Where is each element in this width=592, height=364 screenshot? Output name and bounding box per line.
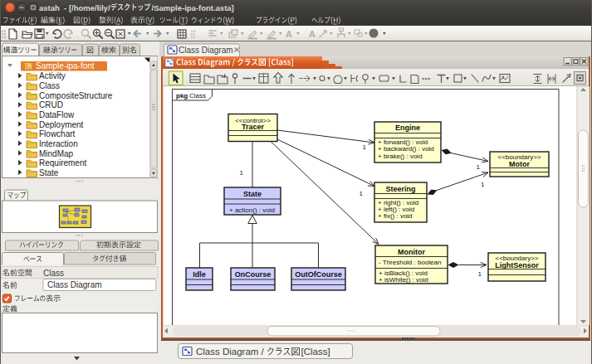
svg-text:Interaction: Interaction <box>39 139 78 148</box>
svg-text:LightSensor: LightSensor <box>495 261 539 269</box>
svg-text:A: A <box>309 29 316 39</box>
svg-text:Activity: Activity <box>39 71 66 80</box>
svg-text:Deployment: Deployment <box>39 120 84 129</box>
svg-text:1: 1 <box>360 190 364 197</box>
svg-text:Class Diagram: Class Diagram <box>47 280 102 289</box>
svg-text:Steering: Steering <box>385 185 415 193</box>
svg-text:1: 1 <box>481 181 485 188</box>
svg-text:State: State <box>39 168 59 177</box>
svg-text:Engine: Engine <box>395 124 420 132</box>
svg-text:Idle: Idle <box>193 270 206 279</box>
svg-text:Tracer: Tracer <box>242 123 265 131</box>
svg-text:Class: Class <box>189 92 206 99</box>
svg-text:Flowchart: Flowchart <box>39 129 76 138</box>
svg-text:Class Diagram: Class Diagram <box>179 46 233 55</box>
svg-text:State: State <box>243 190 262 198</box>
svg-text:+ brake() : void: + brake() : void <box>378 153 423 160</box>
svg-text:pkg: pkg <box>176 92 188 99</box>
svg-text:[Class]: [Class] <box>301 347 330 357</box>
svg-text:OnCourse: OnCourse <box>235 270 272 279</box>
svg-text:Class Diagram /: Class Diagram / <box>196 347 265 357</box>
svg-text:CRUD: CRUD <box>39 100 63 109</box>
svg-text:1: 1 <box>363 143 367 151</box>
svg-text:+ action() : void: + action() : void <box>229 206 275 214</box>
svg-text:1: 1 <box>478 270 482 278</box>
svg-text:+ isWhite() : void: + isWhite() : void <box>379 276 428 284</box>
svg-text:Class: Class <box>43 269 64 278</box>
svg-text:Sample-ipa-font: Sample-ipa-font <box>36 61 95 70</box>
svg-text:1: 1 <box>240 169 244 177</box>
svg-text:CompositeStructure: CompositeStructure <box>39 91 113 100</box>
svg-text:MindMap: MindMap <box>39 149 74 158</box>
svg-text:- Threshold : boolean: - Threshold : boolean <box>379 259 441 266</box>
svg-text:Class: Class <box>39 81 60 90</box>
svg-text:+ fix() : void: + fix() : void <box>378 212 413 220</box>
svg-text:P: P <box>27 64 31 69</box>
svg-text:A: A <box>286 29 292 39</box>
svg-text:OutOfCourse: OutOfCourse <box>295 270 342 279</box>
svg-text:DataFlow: DataFlow <box>39 110 75 119</box>
svg-text:Motor: Motor <box>509 160 530 168</box>
svg-text:1: 1 <box>477 163 481 171</box>
svg-text:Monitor: Monitor <box>398 248 425 256</box>
svg-text:Requirement: Requirement <box>39 158 86 167</box>
